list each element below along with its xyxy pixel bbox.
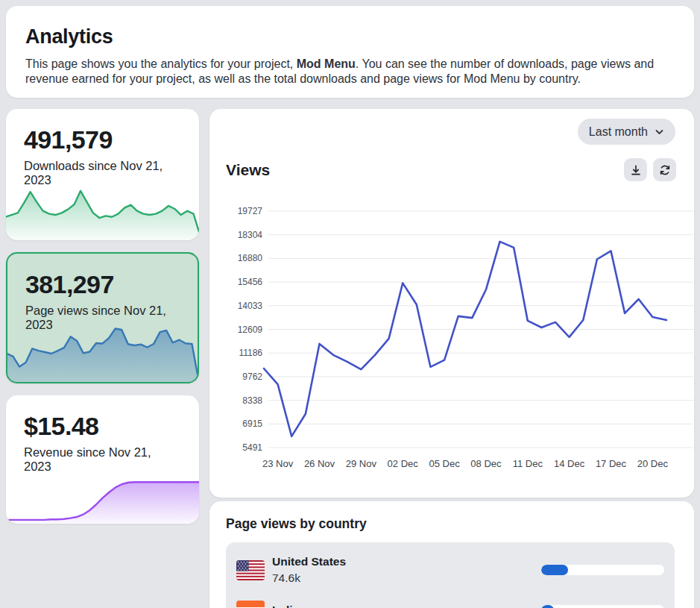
- page-description: This page shows you the analytics for yo…: [25, 57, 672, 86]
- country-card: Page views by country: [209, 501, 694, 608]
- svg-text:14 Dec: 14 Dec: [554, 458, 585, 469]
- downloads-count: 491,579: [24, 125, 181, 154]
- chart-actions: [624, 158, 676, 181]
- svg-text:23 Nov: 23 Nov: [262, 458, 294, 469]
- svg-text:29 Nov: 29 Nov: [346, 458, 377, 469]
- downloads-label: Downloads since Nov 21, 2023: [24, 159, 177, 187]
- svg-text:26 Nov: 26 Nov: [304, 458, 335, 469]
- country-name: United States: [272, 554, 346, 570]
- country-progress-fill: [541, 565, 568, 575]
- chevron-down-icon: [655, 128, 664, 137]
- svg-text:11 Dec: 11 Dec: [513, 458, 543, 469]
- header-card: Analytics This page shows you the analyt…: [6, 6, 694, 98]
- stat-card-page-views[interactable]: 381,297 Page views since Nov 21, 2023: [6, 252, 199, 383]
- svg-text:17 Dec: 17 Dec: [596, 458, 627, 469]
- svg-text:02 Dec: 02 Dec: [388, 458, 419, 469]
- page-title: Analytics: [25, 25, 672, 48]
- date-range-label: Last month: [589, 125, 648, 139]
- svg-text:9762: 9762: [242, 372, 262, 382]
- stat-card-revenue[interactable]: $15.48 Revenue since Nov 21, 2023: [6, 395, 199, 524]
- views-title: Views: [226, 161, 270, 179]
- svg-text:12609: 12609: [238, 325, 263, 335]
- page-views-label: Page views since Nov 21, 2023: [25, 304, 178, 332]
- svg-text:08 Dec: 08 Dec: [470, 458, 502, 469]
- revenue-label: Revenue since Nov 21, 2023: [24, 445, 177, 474]
- country-value: 74.6k: [272, 570, 346, 586]
- svg-text:5491: 5491: [242, 442, 262, 453]
- svg-text:19727: 19727: [238, 206, 263, 216]
- analytics-page: Analytics This page shows you the analyt…: [0, 0, 700, 608]
- svg-text:14033: 14033: [238, 301, 263, 311]
- revenue-sparkline: [6, 477, 199, 524]
- svg-text:11186: 11186: [239, 348, 262, 358]
- svg-text:05 Dec: 05 Dec: [429, 458, 460, 469]
- date-range-selector[interactable]: Last month: [578, 119, 675, 145]
- india-flag-icon: [236, 601, 265, 608]
- project-name: Mod Menu: [297, 57, 356, 70]
- refresh-icon: [659, 164, 671, 176]
- us-flag-icon: [236, 560, 265, 580]
- page-views-sparkline: [7, 325, 198, 383]
- svg-text:20 Dec: 20 Dec: [637, 458, 669, 469]
- views-header: Views: [226, 158, 676, 181]
- country-progress-track: [541, 565, 664, 575]
- refresh-button[interactable]: [653, 158, 676, 181]
- page-views-count: 381,297: [25, 270, 180, 299]
- svg-text:6915: 6915: [242, 419, 262, 429]
- svg-text:8338: 8338: [242, 395, 262, 406]
- country-panel-title: Page views by country: [226, 516, 694, 532]
- revenue-amount: $15.48: [24, 412, 181, 441]
- svg-text:18304: 18304: [238, 230, 263, 240]
- country-row-united-states: United States 74.6k: [235, 550, 666, 590]
- download-icon: [630, 164, 642, 176]
- stat-card-downloads[interactable]: 491,579 Downloads since Nov 21, 2023: [6, 109, 199, 240]
- country-list: United States 74.6k India: [226, 542, 675, 608]
- svg-text:16880: 16880: [238, 253, 263, 263]
- country-name: India: [272, 602, 299, 608]
- description-text-before: This page shows you the analytics for yo…: [25, 57, 297, 70]
- country-row-india: India: [235, 590, 666, 608]
- country-progress-fill: [541, 605, 554, 608]
- views-card: Last month Views: [209, 109, 694, 498]
- svg-text:15456: 15456: [238, 277, 263, 287]
- downloads-sparkline: [6, 183, 199, 240]
- country-progress-track: [541, 605, 664, 608]
- export-download-button[interactable]: [624, 158, 647, 181]
